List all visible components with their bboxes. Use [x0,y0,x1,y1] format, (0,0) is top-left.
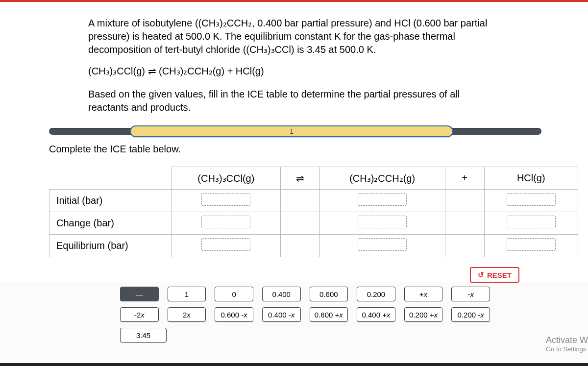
tile[interactable]: 0.200 [357,287,395,301]
reset-label: RESET [487,271,512,279]
tile[interactable]: 0 [215,287,253,301]
step-instruction: Complete the ICE table below. [49,144,490,155]
tile[interactable]: 0.400 - x0.400 - x [262,307,301,322]
drop-change-c2[interactable] [358,216,407,228]
tile[interactable]: -2x-2x [120,307,159,322]
watermark-line-2: Go to Settings [546,345,588,353]
tile[interactable]: 0.600 - x0.600 - x [215,307,253,322]
tile[interactable]: 0.200 + x0.200 + x [404,307,443,322]
tile[interactable]: 0.600 + x0.600 + x [310,307,348,322]
reset-button[interactable]: ↺ RESET [470,267,519,283]
tile[interactable]: -x-x [451,287,490,301]
bottom-bar [0,363,588,366]
tile[interactable]: — [120,287,159,301]
undo-icon: ↺ [478,270,484,279]
drop-initial-c2[interactable] [358,193,407,206]
drop-change-c1[interactable] [201,216,250,228]
species-col-3: HCl(g) [484,167,578,190]
tile[interactable]: 0.400 [262,287,301,301]
tile[interactable]: 0.600 [310,287,348,301]
drop-eq-c3[interactable] [507,238,556,251]
problem-paragraph-1: A mixture of isobutylene ((CH₃)₂CCH₂, 0.… [88,17,490,56]
progress-bar: 1 [49,128,541,135]
tile[interactable]: 1 [168,287,206,301]
drop-eq-c1[interactable] [201,238,250,251]
tile-row-2: -2x-2x 2x2x 0.600 - x0.600 - x 0.400 - x… [120,307,490,322]
content-area: A mixture of isobutylene ((CH₃)₂CCH₂, 0.… [0,2,490,342]
drop-initial-c1[interactable] [201,193,250,206]
problem-paragraph-2: Based on the given values, fill in the I… [88,88,490,114]
drop-initial-c3[interactable] [507,193,556,206]
ice-table: (CH₃)₃CCl(g) ⇌ (CH₃)₂CCH₂(g) + HCl(g) In… [49,167,578,257]
tile[interactable]: 0.400 + x0.400 + x [357,307,395,322]
row-label-initial: Initial (bar) [49,190,172,212]
species-col-1: (CH₃)₃CCl(g) [172,167,281,190]
tile[interactable]: 0.200 - x0.200 - x [451,307,490,322]
tile[interactable]: 2x2x [168,307,206,322]
drop-eq-c2[interactable] [358,238,407,251]
progress-step-indicator[interactable]: 1 [130,125,453,137]
progress-step-label: 1 [290,128,293,135]
drop-change-c3[interactable] [507,216,556,228]
row-label-equilibrium: Equilibrium (bar) [49,235,172,257]
equilibrium-equation: (CH₃)₃CCl(g) ⇌ (CH₃)₂CCH₂(g) + HCl(g) [88,65,490,77]
tile-row-3: 3.45 [120,328,490,342]
species-col-2: (CH₃)₂CCH₂(g) [319,167,445,190]
equilibrium-arrow: ⇌ [280,167,319,190]
tile-row-1: — 1 0 0.400 0.600 0.200 ++xx -x-x [120,287,490,301]
tile[interactable]: 3.45 [120,328,167,342]
tile[interactable]: ++xx [404,287,443,301]
plus-sign: + [445,167,484,190]
watermark-line-1: Activate W [546,335,588,346]
windows-activation-watermark: Activate W Go to Settings [546,335,588,353]
row-label-change: Change (bar) [49,212,172,235]
